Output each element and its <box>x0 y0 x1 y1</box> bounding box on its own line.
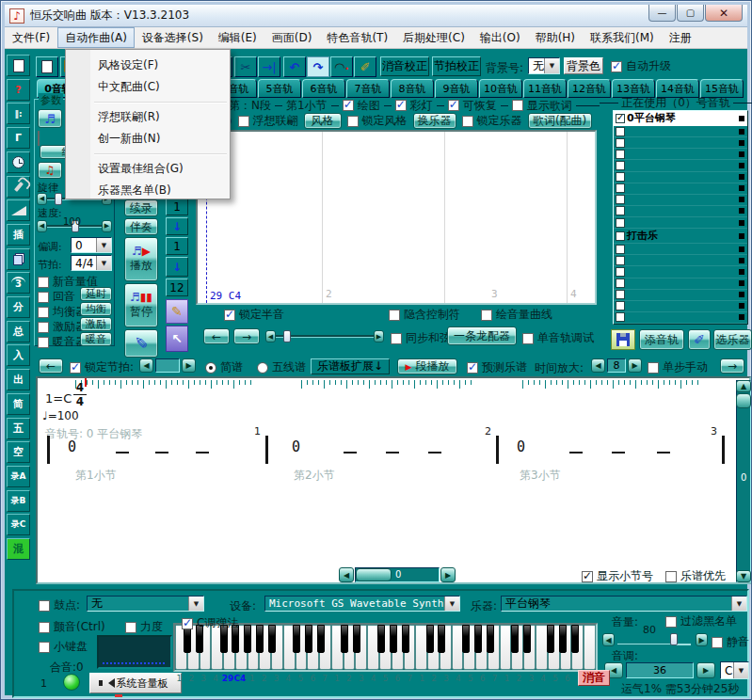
bg-color-button[interactable]: 背景色 <box>564 57 603 74</box>
instrument-row-0[interactable]: 0平台钢琴 <box>614 111 747 126</box>
lock-instrument-checkbox[interactable]: 锁定乐器 <box>462 113 522 129</box>
v-scrollbar[interactable]: ▲ 0 ▼ <box>736 380 751 582</box>
add-track-button[interactable]: 添音轨 <box>639 329 684 350</box>
piano-black-key[interactable] <box>268 625 276 653</box>
instrument-row-checkbox[interactable] <box>616 312 625 322</box>
draw-checkbox-box[interactable] <box>343 100 354 111</box>
sidebar-corner-tool-icon[interactable]: Γ <box>7 127 30 149</box>
tab-track-12[interactable]: 12音轨 <box>568 79 611 98</box>
instrument-row-checkbox[interactable] <box>616 161 625 170</box>
instrument-row-checkbox[interactable] <box>616 245 625 254</box>
piano-black-key[interactable] <box>377 625 385 653</box>
octave-down-value[interactable]: 1 <box>166 237 188 255</box>
instrument-row-9[interactable] <box>614 217 747 229</box>
dash-note[interactable] <box>569 452 583 453</box>
tab-track-8[interactable]: 8音轨 <box>391 79 434 98</box>
lock-style-checkbox[interactable]: 锁定风格 <box>347 113 408 129</box>
dash-note[interactable] <box>612 452 625 453</box>
instrument-row-marker[interactable] <box>739 258 744 263</box>
accompany-button[interactable]: 伴奏 <box>124 218 158 235</box>
sidebar-empty-view[interactable]: 空 <box>7 441 30 463</box>
tab-track-9[interactable]: 9音轨 <box>435 79 478 98</box>
exciter-checkbox-box[interactable] <box>38 322 49 333</box>
instrument-row-marker[interactable] <box>739 197 744 202</box>
piano-black-key[interactable] <box>341 625 348 653</box>
rest-note[interactable]: 0 <box>68 438 76 455</box>
twelve-value[interactable]: 12 <box>166 278 188 296</box>
dropdown-arrow-icon[interactable]: ▼ <box>731 597 746 611</box>
one-stop-orchestration-button[interactable]: 一条龙配器 <box>447 326 517 345</box>
instrument-row-marker[interactable] <box>739 163 744 168</box>
instrument-row-marker[interactable] <box>739 220 744 226</box>
new-doc-button[interactable] <box>36 56 58 77</box>
dropdown-item-7[interactable]: 乐器黑名单(B) <box>66 180 230 201</box>
tab-track-5[interactable]: 5音轨 <box>258 79 301 98</box>
instrument-row-10[interactable]: 打击乐 <box>614 229 747 244</box>
volume-down-arrow[interactable]: ◀ <box>602 633 615 646</box>
piano-black-key[interactable] <box>305 625 312 653</box>
dash-note[interactable] <box>657 452 670 453</box>
piano-white-key[interactable] <box>536 625 548 670</box>
instrument-row-12[interactable] <box>614 255 747 266</box>
tab-track-7[interactable]: 7音轨 <box>346 79 390 98</box>
piano-black-key[interactable] <box>353 625 360 653</box>
piano-white-key[interactable] <box>584 625 596 670</box>
instrument-select[interactable]: 平台钢琴▼ <box>501 596 747 612</box>
insert-button[interactable]: →| <box>258 56 280 77</box>
score-priority-checkbox[interactable]: 乐谱优先 <box>665 568 726 584</box>
sidebar-staff-view[interactable]: 五 <box>7 418 30 439</box>
piano-black-key[interactable] <box>390 625 397 653</box>
piano-black-key[interactable] <box>317 625 325 653</box>
system-volume-button[interactable]: 系统音量板 <box>89 673 182 693</box>
down-arrow-button-2[interactable]: ↓ <box>166 257 188 277</box>
instrument-row-marker[interactable] <box>739 129 744 135</box>
instrument-row-checkbox[interactable] <box>616 172 625 182</box>
sidebar-triplet-tool[interactable]: 3 <box>7 272 30 294</box>
volume-up-arrow[interactable]: ▶ <box>696 633 708 646</box>
dropdown-arrow-icon[interactable]: ▼ <box>188 597 203 611</box>
warmer-checkbox-box[interactable] <box>38 337 49 348</box>
instrument-row-5[interactable] <box>614 172 747 183</box>
offset-select[interactable]: 0▼ <box>71 237 112 253</box>
instrument-row-marker[interactable] <box>739 185 744 191</box>
pick-instrument-button[interactable]: 选乐器 <box>713 329 752 350</box>
vibrato-checkbox[interactable]: 颤音(Ctrl) <box>39 619 105 635</box>
instrument-row-checkbox[interactable] <box>616 206 625 215</box>
v-scroll-thumb[interactable] <box>736 393 751 408</box>
tab-track-10[interactable]: 10音轨 <box>479 79 522 98</box>
brush-button[interactable]: ✐ <box>354 56 376 77</box>
melody-icon-button[interactable]: ♬ <box>38 109 62 128</box>
meter-select[interactable]: 4/4▼ <box>71 255 112 271</box>
pencil-tool-button[interactable]: ✎ <box>166 299 188 324</box>
dash-note[interactable] <box>428 452 441 453</box>
lights-checkbox[interactable]: 彩灯 <box>395 98 433 114</box>
volume-slider-knob[interactable] <box>670 633 678 645</box>
excite-button[interactable]: 激励 <box>80 317 112 331</box>
title-bar[interactable]: ♪ 恒乐交响曲 版本：V13.3.2103 — ▢ ✕ <box>5 5 747 27</box>
instrument-row-14[interactable] <box>614 278 747 290</box>
dropdown-item-6[interactable]: 设置最佳组合(G) <box>66 158 230 180</box>
slider-right-arrow[interactable]: ▶ <box>102 220 112 232</box>
sync-chord-checkbox[interactable]: 同步和弦 <box>391 330 451 346</box>
menu-item-3[interactable]: 编辑(E) <box>211 27 264 48</box>
dash-note[interactable] <box>116 452 129 453</box>
params-checkbox[interactable] <box>38 131 40 146</box>
undo-button[interactable]: ↶ <box>283 56 306 77</box>
scroll-down-button[interactable]: ▼ <box>736 570 751 582</box>
volume-curve-checkbox[interactable]: 绘音量曲线 <box>481 307 552 323</box>
velocity-checkbox-box[interactable] <box>125 622 136 633</box>
piano-black-key[interactable] <box>487 625 494 653</box>
auto-upgrade-checkbox-box[interactable] <box>611 61 622 72</box>
instrument-row-marker[interactable] <box>739 208 744 214</box>
sidebar-mix-tool[interactable]: 混 <box>7 538 30 560</box>
segment-play-button[interactable]: ▶ 段播放 <box>397 358 457 374</box>
sidebar-export-tool[interactable]: 出 <box>7 369 30 390</box>
sidebar-clock-icon[interactable] <box>7 151 30 173</box>
auto-upgrade-checkbox[interactable]: 自动升级 <box>611 58 671 74</box>
instrument-row-marker[interactable] <box>739 233 744 239</box>
device-select[interactable]: Microsoft GS Wavetable Synth▼ <box>264 596 460 612</box>
sidebar-jianpu-view[interactable]: 简 <box>7 393 30 415</box>
down-arrow-button[interactable]: ↓ <box>166 217 188 235</box>
instrument-row-marker[interactable] <box>739 292 744 297</box>
sidebar-repeat-sign-icon[interactable]: ‖: <box>7 103 30 124</box>
